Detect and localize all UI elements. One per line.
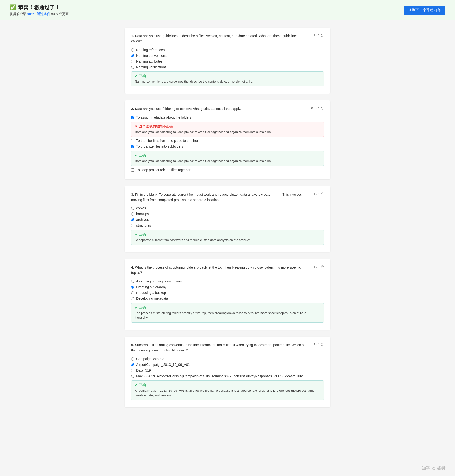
question-number-4: 4. (131, 265, 134, 269)
option-label: Creating a hierarchy (136, 285, 166, 289)
radio-q1-naming-references[interactable] (131, 48, 134, 51)
banner-left: ✅ 恭喜！您通过了！ 获得的成绩 90% 通过条件 80% 或更高 (9, 4, 69, 16)
feedback-header: ✖ 这个选项的答案不正确 (135, 124, 320, 129)
feedback-text: AirportCampaign_2013_10_09_V01 is an eff… (135, 388, 320, 398)
option-label: To transfer files from one place to anot… (136, 139, 198, 143)
checkbox-q2-keep-files[interactable] (131, 168, 134, 172)
question-number-3: 3. (131, 193, 134, 197)
option-row: structures (131, 223, 324, 227)
option-row: backups (131, 212, 324, 216)
congrats-title: ✅ 恭喜！您通过了！ (9, 4, 69, 11)
question-text-3: 3. Fill in the blank: To separate curren… (131, 192, 314, 203)
feedback-header: ✔ 正确 (135, 305, 320, 310)
radio-q5-airport-campaign[interactable] (131, 363, 134, 366)
radio-q1-naming-conventions[interactable] (131, 54, 134, 57)
radio-q1-naming-verifications[interactable] (131, 66, 134, 69)
feedback-incorrect-q2: ✖ 这个选项的答案不正确 Data analysts use foldering… (131, 122, 324, 137)
question-header-4: 4. What is the process of structuring fo… (131, 265, 324, 276)
question-block-2: 2. Data analysts use foldering to achiev… (124, 100, 331, 179)
option-label: Naming conventions (136, 54, 167, 57)
option-row: Naming attributes (131, 59, 324, 63)
question-header-1: 1. Data analysts use guidelines to descr… (131, 33, 324, 44)
option-label: Producing a backup (136, 291, 166, 295)
radio-q3-structures[interactable] (131, 224, 134, 227)
option-row: May30-2019_AirportAdvertisingCampaignRes… (131, 374, 324, 378)
option-row: Creating a hierarchy (131, 285, 324, 289)
feedback-text: Data analysts use foldering to keep proj… (135, 159, 320, 163)
option-label: archives (136, 218, 149, 222)
question-header-5: 5. Successful file naming conventions in… (131, 342, 324, 353)
score-line: 获得的成绩 90% 通过条件 80% 或更高 (9, 12, 69, 16)
question-text-4: 4. What is the process of structuring fo… (131, 265, 314, 276)
option-row: To organize files into subfolders (131, 144, 324, 148)
option-label: Data_519 (136, 369, 151, 372)
feedback-correct-q4: ✔ 正确 The process of structuring folders … (131, 303, 324, 323)
question-score-3: 1 / 1 分 (314, 192, 324, 196)
checkbox-q2-organize-files[interactable] (131, 145, 134, 148)
question-block-1: 1. Data analysts use guidelines to descr… (124, 28, 331, 94)
option-row: Producing a backup (131, 291, 324, 295)
question-number-5: 5. (131, 343, 134, 347)
radio-q1-naming-attributes[interactable] (131, 60, 134, 63)
checkbox-q2-assign-metadata[interactable] (131, 116, 134, 119)
question-header-3: 3. Fill in the blank: To separate curren… (131, 192, 324, 203)
question-score-2: 0.5 / 1 分 (311, 106, 324, 110)
option-row: Naming conventions (131, 54, 324, 57)
option-label: backups (136, 212, 149, 216)
congrats-text: 恭喜！您通过了！ (18, 4, 60, 11)
option-label: copies (136, 206, 146, 210)
option-row: Naming references (131, 48, 324, 52)
pass-value: 80% 或更高 (51, 12, 69, 16)
feedback-header: ✔ 正确 (135, 153, 320, 158)
score-label: 获得的成绩 (9, 12, 26, 16)
option-label: May30-2019_AirportAdvertisingCampaignRes… (136, 374, 304, 378)
score-value: 90% (27, 12, 34, 16)
feedback-correct-q2: ✔ 正确 Data analysts use foldering to keep… (131, 151, 324, 166)
question-score-1: 1 / 1 分 (314, 33, 324, 38)
radio-q3-backups[interactable] (131, 213, 134, 216)
option-row: Developing metadata (131, 296, 324, 300)
radio-q5-data-519[interactable] (131, 369, 134, 372)
pass-label: 通过条件 (37, 12, 50, 16)
next-course-button[interactable]: 转到下一个课程内容 (404, 6, 446, 15)
radio-q3-archives[interactable] (131, 218, 134, 221)
question-block-3: 3. Fill in the blank: To separate curren… (124, 186, 331, 252)
check-icon: ✔ (135, 233, 138, 237)
radio-q3-copies[interactable] (131, 207, 134, 210)
feedback-correct-q3: ✔ 正确 To separate current from past work … (131, 230, 324, 245)
question-score-5: 1 / 1 分 (314, 342, 324, 347)
option-label: Naming verifications (136, 65, 166, 69)
feedback-title: 正确 (139, 153, 146, 158)
feedback-header: ✔ 正确 (135, 383, 320, 387)
feedback-text: The process of structuring folders broad… (135, 311, 320, 320)
question-text-5: 5. Successful file naming conventions in… (131, 342, 314, 353)
feedback-header: ✔ 正确 (135, 74, 320, 78)
radio-q4-developing-metadata[interactable] (131, 297, 134, 300)
radio-q4-creating-hierarchy[interactable] (131, 286, 134, 289)
option-row: AirportCampaign_2013_10_09_V01 (131, 363, 324, 367)
feedback-title: 这个选项的答案不正确 (139, 124, 173, 129)
check-circle-icon: ✅ (9, 4, 16, 10)
check-icon: ✔ (135, 154, 138, 157)
option-label: Developing metadata (136, 296, 168, 300)
radio-q5-campaign-data-03[interactable] (131, 357, 134, 361)
option-label: Assigning naming conventions (136, 279, 181, 283)
option-row: CampaignData_03 (131, 357, 324, 361)
question-block-5: 5. Successful file naming conventions in… (124, 336, 331, 408)
question-text-2: 2. Data analysts use foldering to achiev… (131, 106, 311, 111)
radio-q4-producing-backup[interactable] (131, 291, 134, 295)
option-label: structures (136, 223, 151, 227)
question-block-4: 4. What is the process of structuring fo… (124, 259, 331, 330)
radio-q5-long-name[interactable] (131, 375, 134, 378)
option-row: To transfer files from one place to anot… (131, 139, 324, 143)
option-row: Assigning naming conventions (131, 279, 324, 283)
feedback-header: ✔ 正确 (135, 232, 320, 237)
radio-q4-assigning[interactable] (131, 280, 134, 283)
option-row: To assign metadata about the folders (131, 115, 324, 119)
question-header-2: 2. Data analysts use foldering to achiev… (131, 106, 324, 111)
checkbox-q2-transfer-files[interactable] (131, 139, 134, 142)
feedback-title: 正确 (139, 305, 146, 310)
option-row: archives (131, 218, 324, 222)
option-label: To assign metadata about the folders (136, 115, 191, 119)
option-label: CampaignData_03 (136, 357, 164, 361)
